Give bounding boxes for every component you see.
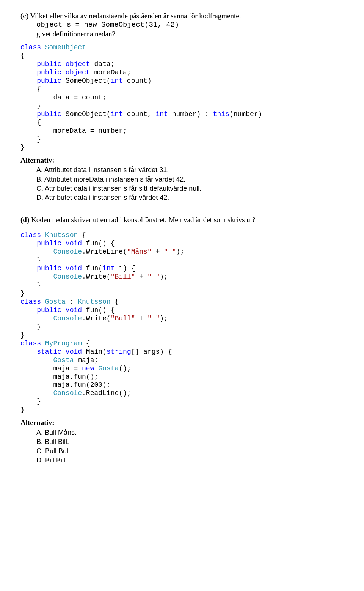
qd-alt-heading: Alternativ:: [20, 418, 349, 427]
qc-code-block: class SomeObject { public object data; p…: [20, 44, 349, 152]
qd-alt-C: C. Bull Bull.: [36, 447, 349, 456]
qc-intro-line1: (c) Vilket eller vilka av nedanstående p…: [20, 11, 349, 20]
qc-alt-A: A. Attributet data i instansen s får vär…: [36, 165, 349, 174]
qd-alt-D: D. Bill Bill.: [36, 456, 349, 465]
qd-label: (d): [20, 216, 29, 224]
qd-alt-list: A. Bull Måns. B. Bull Bill. C. Bull Bull…: [20, 428, 349, 465]
qc-given-line: givet definitionerna nedan?: [20, 30, 349, 39]
qc-label: (c) Vilket eller vilka av nedanstående p…: [20, 12, 241, 20]
qc-alt-heading: Alternativ:: [20, 156, 349, 165]
qc-code-inline: object s = new SomeObject(31, 42): [20, 20, 349, 30]
qc-alt-list: A. Attributet data i instansen s får vär…: [20, 165, 349, 202]
qd-alt-A: A. Bull Måns.: [36, 428, 349, 437]
qc-alt-C: C. Attributet data i instansen s får sit…: [36, 184, 349, 193]
qc-alt-D: D. Attributet data i instansen s får vär…: [36, 193, 349, 202]
qc-alt-B: B. Attributet moreData i instansen s får…: [36, 175, 349, 184]
qd-alt-B: B. Bull Bill.: [36, 437, 349, 446]
qd-code-block: class Knutsson { public void fun() { Con…: [20, 231, 349, 414]
qd-intro: (d) Koden nedan skriver ut en rad i kons…: [20, 215, 349, 224]
